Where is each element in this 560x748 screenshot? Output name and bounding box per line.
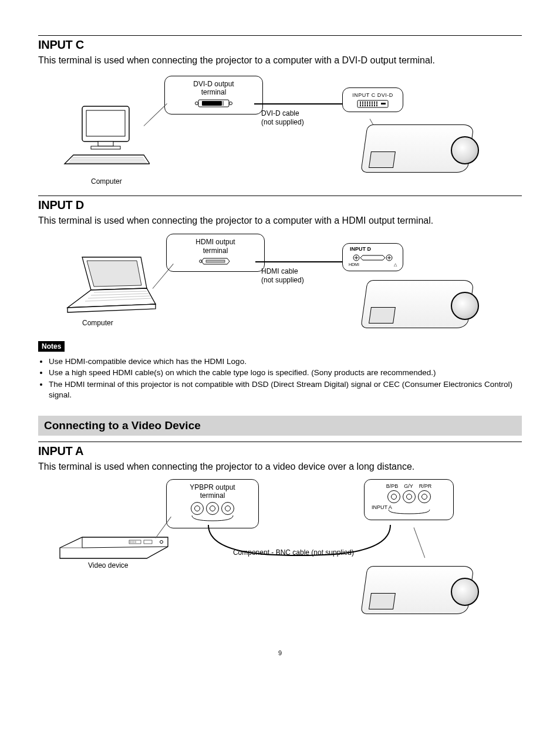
caption-computer-d: Computer [82, 319, 113, 327]
svg-rect-2 [98, 141, 113, 146]
svg-rect-22 [360, 103, 361, 105]
projector-icon [364, 261, 475, 328]
bnc-port-icon [191, 502, 204, 515]
body-input-a: This terminal is used when connecting th… [38, 460, 522, 473]
caption-video-device: Video device [88, 561, 129, 570]
svg-rect-23 [362, 103, 363, 105]
svg-rect-29 [376, 103, 377, 105]
cable-label-c-1: DVI-D cable [261, 109, 299, 117]
svg-rect-1 [86, 110, 125, 136]
heading-input-a: INPUT A [38, 444, 522, 458]
svg-rect-18 [369, 102, 370, 103]
svg-rect-3 [91, 146, 120, 149]
svg-rect-21 [376, 102, 377, 103]
section-heading-video: Connecting to a Video Device [38, 416, 522, 436]
hdmi-logo-text: HDMI [349, 262, 359, 267]
svg-rect-15 [362, 102, 363, 103]
svg-rect-38 [381, 103, 386, 105]
caption-computer: Computer [91, 177, 122, 186]
notes-list: Use HDMI-compatible device which has the… [38, 356, 522, 400]
dest-label-c: INPUT C DVI-D [352, 92, 393, 98]
desktop-computer-icon [62, 105, 150, 176]
page-number: 9 [38, 649, 522, 656]
cable-label-c-2: (not supplied) [261, 118, 304, 126]
note-item: The HDMI terminal of this projector is n… [49, 379, 522, 400]
bnc-port-icon [418, 490, 431, 503]
svg-point-11 [195, 102, 198, 105]
svg-rect-17 [367, 102, 368, 103]
diagram-input-a: Video device YPBPR output terminal Compo… [38, 479, 522, 632]
projector-icon [364, 105, 475, 173]
heading-input-d: INPUT D [38, 198, 522, 212]
svg-rect-30 [360, 105, 361, 106]
hdmi-out-label-1: HDMI output [171, 238, 259, 246]
svg-rect-19 [372, 102, 373, 103]
bnc-label-b: B/PB [386, 483, 399, 489]
divider [38, 442, 522, 442]
svg-point-12 [230, 102, 232, 105]
svg-rect-16 [365, 102, 366, 103]
cable-line [254, 103, 343, 105]
hdmi-out-label-2: terminal [171, 247, 259, 255]
bnc-label-g: G/Y [404, 483, 413, 489]
svg-rect-20 [374, 102, 375, 103]
svg-rect-24 [365, 103, 366, 105]
note-item: Use a high speed HDMI cable(s) on which … [49, 368, 522, 378]
svg-rect-14 [360, 102, 361, 103]
svg-rect-28 [374, 103, 375, 105]
diagram-input-d: Computer HDMI output terminal HDMI cable… [38, 233, 522, 332]
dvid-port-icon [195, 99, 232, 108]
ypbpr-out-label-1: YPBPR output [171, 483, 254, 491]
body-input-d: This terminal is used when connecting th… [38, 214, 522, 227]
laptop-computer-icon [59, 256, 158, 321]
bnc-port-icon [403, 490, 416, 503]
projector-icon [364, 547, 475, 614]
divider [38, 35, 522, 36]
svg-rect-26 [369, 103, 370, 105]
dvid-out-label-2: terminal [170, 88, 258, 96]
diagram-input-c: Computer DVI-D output terminal DVI-D cab… [38, 73, 522, 187]
note-item: Use HDMI-compatible device which has the… [49, 356, 522, 367]
hdmi-port-icon [199, 257, 232, 265]
video-device-icon [59, 535, 170, 561]
svg-rect-25 [367, 103, 368, 105]
svg-rect-31 [362, 105, 363, 106]
body-input-c: This terminal is used when connecting th… [38, 54, 522, 67]
cable-line [255, 261, 343, 262]
dest-label-d: INPUT D [350, 246, 399, 252]
bnc-label-r: R/PR [419, 483, 432, 489]
ypbpr-out-label-2: terminal [171, 491, 254, 500]
notes-badge: Notes [38, 341, 65, 352]
bnc-port-icon [206, 502, 219, 515]
svg-rect-43 [206, 260, 225, 262]
heading-input-c: INPUT C [38, 38, 522, 52]
bnc-port-icon [221, 502, 234, 515]
cable-label-d-2: (not supplied) [261, 276, 304, 284]
svg-rect-9 [202, 101, 222, 106]
dvid-out-label-1: DVI-D output [170, 80, 258, 88]
divider [38, 196, 522, 196]
cable-label-d-1: HDMI cable [261, 267, 298, 275]
cable-label-a: Component - BNC cable (not supplied) [220, 548, 367, 557]
bnc-port-icon [387, 490, 400, 503]
svg-rect-27 [372, 103, 373, 105]
